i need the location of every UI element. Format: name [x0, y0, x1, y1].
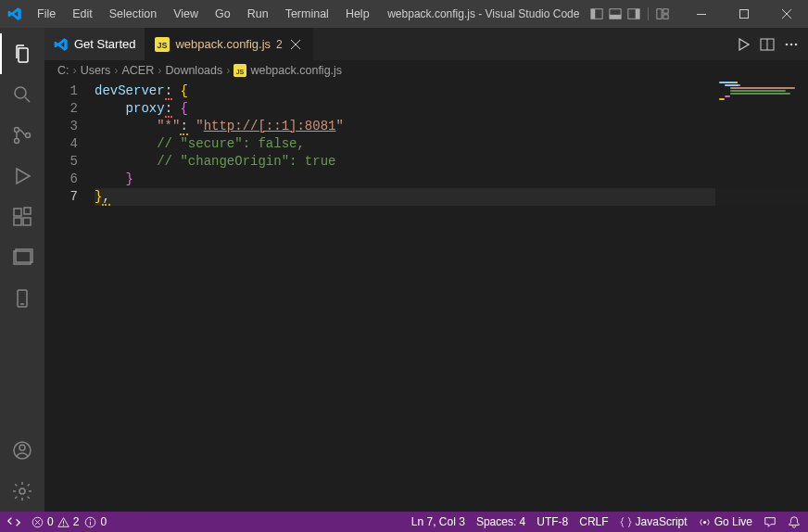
extensions-icon[interactable]: [0, 196, 44, 237]
code-line[interactable]: "*": "http://[::1]:8081": [95, 118, 808, 135]
code-line[interactable]: }: [95, 171, 808, 188]
code-line[interactable]: proxy: {: [95, 100, 808, 118]
feedback-icon[interactable]: [764, 515, 776, 528]
code-content[interactable]: devServer: { proxy: { "*": "http://[::1]…: [95, 81, 808, 512]
chevron-right-icon: ›: [158, 64, 161, 77]
window-title: webpack.config.js - Visual Studio Code: [377, 7, 680, 20]
svg-rect-1: [591, 9, 595, 19]
vscode-logo-icon: [7, 6, 22, 21]
code-editor[interactable]: 1234567 devServer: { proxy: { "*": "http…: [44, 81, 808, 512]
svg-rect-18: [24, 208, 31, 214]
chevron-right-icon: ›: [73, 64, 77, 77]
svg-rect-9: [697, 14, 706, 15]
svg-rect-15: [14, 209, 21, 216]
code-line[interactable]: },: [95, 188, 808, 206]
device-icon[interactable]: [0, 278, 44, 319]
window-title-text: webpack.config.js - Visual Studio Code: [387, 7, 579, 20]
remote-indicator[interactable]: [7, 515, 20, 528]
js-file-icon: JS: [155, 37, 170, 52]
layout-panel-icon[interactable]: [609, 7, 622, 20]
menu-help[interactable]: Help: [338, 4, 377, 24]
menubar: FileEditSelectionViewGoRunTerminalHelp: [30, 4, 377, 24]
more-actions-icon[interactable]: [784, 37, 799, 52]
cursor-position[interactable]: Ln 7, Col 3: [411, 515, 465, 528]
window-icon[interactable]: [0, 237, 44, 278]
tab-get-started[interactable]: Get Started: [44, 28, 145, 60]
window-controls: [680, 0, 808, 28]
language-label: JavaScript: [636, 515, 688, 528]
svg-rect-7: [663, 9, 668, 13]
menu-view[interactable]: View: [166, 4, 206, 24]
svg-rect-5: [636, 9, 639, 19]
line-number: 6: [44, 171, 78, 188]
error-icon: [32, 516, 44, 528]
code-line[interactable]: // "changeOrigin": true: [95, 153, 808, 171]
line-number: 5: [44, 153, 78, 171]
eol[interactable]: CRLF: [579, 515, 608, 528]
svg-point-32: [795, 43, 798, 45]
info-icon: [84, 516, 96, 528]
customize-layout-icon[interactable]: [656, 7, 669, 20]
minimap[interactable]: [715, 81, 808, 512]
menu-terminal[interactable]: Terminal: [278, 4, 336, 24]
menu-go[interactable]: Go: [208, 4, 238, 24]
breadcrumb-item[interactable]: ACER: [122, 64, 155, 77]
error-count: 0: [47, 515, 54, 528]
search-icon[interactable]: [0, 74, 44, 115]
minimize-button[interactable]: [680, 0, 723, 28]
problems-indicator[interactable]: 0 2 0: [32, 515, 107, 528]
svg-rect-10: [740, 10, 749, 19]
svg-point-37: [63, 525, 64, 526]
svg-rect-6: [657, 9, 662, 19]
layout-sidebar-right-icon[interactable]: [627, 7, 640, 20]
svg-point-11: [15, 87, 26, 98]
menu-run[interactable]: Run: [240, 4, 276, 24]
run-debug-icon[interactable]: [0, 156, 44, 196]
breadcrumb-item[interactable]: JSwebpack.config.js: [234, 64, 342, 77]
close-tab-icon[interactable]: [288, 37, 303, 52]
split-editor-icon[interactable]: [760, 37, 775, 52]
language-mode[interactable]: JavaScript: [620, 515, 688, 528]
warning-icon: [57, 516, 69, 528]
breadcrumb-item[interactable]: Downloads: [165, 64, 222, 77]
main-area: Get StartedJSwebpack.config.js2 C:›Users…: [0, 28, 808, 512]
warning-count: 2: [73, 515, 80, 528]
run-icon[interactable]: [736, 37, 751, 52]
layout-controls[interactable]: [590, 7, 669, 20]
close-button[interactable]: [765, 0, 808, 28]
tab-webpack-config-js[interactable]: JSwebpack.config.js2: [145, 28, 312, 60]
activity-bar: [0, 28, 44, 512]
chevron-right-icon: ›: [114, 64, 118, 77]
code-line[interactable]: // "secure": false,: [95, 135, 808, 153]
menu-edit[interactable]: Edit: [65, 4, 100, 24]
menu-selection[interactable]: Selection: [102, 4, 164, 24]
svg-rect-8: [663, 15, 668, 19]
notifications-icon[interactable]: [788, 515, 801, 528]
svg-point-40: [90, 519, 91, 520]
tab-label: Get Started: [74, 37, 135, 51]
line-number-gutter: 1234567: [44, 81, 95, 512]
svg-point-13: [15, 139, 19, 144]
breadcrumb-item[interactable]: Users: [81, 64, 111, 77]
accounts-icon[interactable]: [0, 430, 44, 471]
svg-rect-16: [14, 218, 21, 225]
breadcrumb-item[interactable]: C:: [57, 64, 69, 77]
line-number: 3: [44, 118, 78, 135]
svg-point-30: [786, 43, 789, 45]
svg-text:JS: JS: [158, 41, 168, 50]
go-live-label: Go Live: [714, 515, 752, 528]
breadcrumbs[interactable]: C:›Users›ACER›Downloads›JSwebpack.config…: [44, 60, 808, 81]
tab-label: webpack.config.js: [175, 37, 271, 51]
source-control-icon[interactable]: [0, 115, 44, 156]
settings-gear-icon[interactable]: [0, 471, 44, 512]
svg-point-31: [790, 43, 793, 45]
code-line[interactable]: devServer: {: [95, 82, 808, 100]
explorer-icon[interactable]: [0, 33, 44, 74]
go-live-button[interactable]: Go Live: [699, 515, 752, 528]
line-number: 7: [44, 188, 78, 206]
maximize-button[interactable]: [723, 0, 765, 28]
indentation[interactable]: Spaces: 4: [476, 515, 525, 528]
layout-sidebar-left-icon[interactable]: [590, 7, 603, 20]
encoding[interactable]: UTF-8: [537, 515, 568, 528]
menu-file[interactable]: File: [30, 4, 63, 24]
